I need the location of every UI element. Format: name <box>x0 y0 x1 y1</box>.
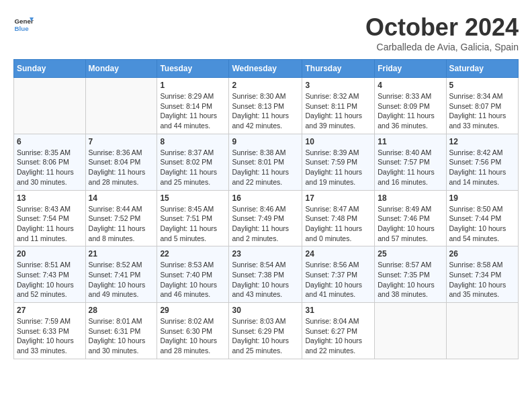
day-number: 7 <box>89 137 154 146</box>
day-info: Sunrise: 8:32 AMSunset: 8:11 PMDaylight:… <box>305 91 371 131</box>
header-row: Sunday Monday Tuesday Wednesday Thursday… <box>14 60 519 78</box>
day-number: 13 <box>17 193 83 203</box>
day-info: Sunrise: 8:03 AMSunset: 6:29 PMDaylight:… <box>232 316 299 356</box>
day-info: Sunrise: 8:47 AMSunset: 7:48 PMDaylight:… <box>305 204 371 244</box>
calendar-cell: 2Sunrise: 8:30 AMSunset: 8:13 PMDaylight… <box>229 78 302 134</box>
day-number: 5 <box>449 81 515 90</box>
header-sunday: Sunday <box>14 60 86 78</box>
day-number: 24 <box>305 249 371 259</box>
day-info: Sunrise: 8:33 AMSunset: 8:09 PMDaylight:… <box>378 91 443 131</box>
calendar-row: 1Sunrise: 8:29 AMSunset: 8:14 PMDaylight… <box>14 78 519 134</box>
day-number: 3 <box>305 81 371 90</box>
calendar-cell <box>14 78 86 134</box>
day-info: Sunrise: 8:56 AMSunset: 7:37 PMDaylight:… <box>305 260 371 300</box>
calendar-cell: 5Sunrise: 8:34 AMSunset: 8:07 PMDaylight… <box>446 78 518 134</box>
header-friday: Friday <box>375 60 446 78</box>
calendar-cell: 27Sunrise: 7:59 AMSunset: 6:33 PMDayligh… <box>14 303 86 359</box>
calendar-cell: 30Sunrise: 8:03 AMSunset: 6:29 PMDayligh… <box>229 303 302 359</box>
day-number: 31 <box>305 306 371 315</box>
calendar-cell: 29Sunrise: 8:02 AMSunset: 6:30 PMDayligh… <box>157 303 229 359</box>
calendar-cell: 28Sunrise: 8:01 AMSunset: 6:31 PMDayligh… <box>85 303 157 359</box>
day-number: 16 <box>232 193 299 203</box>
title-section: October 2024 Carballeda de Avia, Galicia… <box>365 13 519 52</box>
header-monday: Monday <box>85 60 157 78</box>
calendar-cell: 22Sunrise: 8:53 AMSunset: 7:40 PMDayligh… <box>157 246 229 303</box>
day-number: 22 <box>160 249 226 259</box>
day-info: Sunrise: 8:40 AMSunset: 7:57 PMDaylight:… <box>378 148 443 187</box>
day-info: Sunrise: 8:49 AMSunset: 7:46 PMDaylight:… <box>378 204 443 244</box>
calendar-cell: 19Sunrise: 8:50 AMSunset: 7:44 PMDayligh… <box>446 190 518 246</box>
day-info: Sunrise: 8:50 AMSunset: 7:44 PMDaylight:… <box>449 204 515 244</box>
calendar-row: 20Sunrise: 8:51 AMSunset: 7:43 PMDayligh… <box>14 246 519 303</box>
calendar-cell: 25Sunrise: 8:57 AMSunset: 7:35 PMDayligh… <box>375 246 446 303</box>
day-number: 30 <box>232 306 299 315</box>
day-info: Sunrise: 7:59 AMSunset: 6:33 PMDaylight:… <box>17 316 83 356</box>
day-number: 18 <box>378 193 443 203</box>
day-info: Sunrise: 8:58 AMSunset: 7:34 PMDaylight:… <box>449 260 515 300</box>
calendar-cell: 4Sunrise: 8:33 AMSunset: 8:09 PMDaylight… <box>375 78 446 134</box>
day-info: Sunrise: 8:04 AMSunset: 6:27 PMDaylight:… <box>305 316 371 356</box>
header-tuesday: Tuesday <box>157 60 229 78</box>
day-info: Sunrise: 8:36 AMSunset: 8:04 PMDaylight:… <box>89 148 154 187</box>
calendar-cell: 31Sunrise: 8:04 AMSunset: 6:27 PMDayligh… <box>302 303 375 359</box>
day-info: Sunrise: 8:57 AMSunset: 7:35 PMDaylight:… <box>378 260 443 300</box>
day-number: 17 <box>305 193 371 203</box>
day-number: 15 <box>160 193 226 203</box>
calendar-cell: 17Sunrise: 8:47 AMSunset: 7:48 PMDayligh… <box>302 190 375 246</box>
logo-icon: General Blue <box>13 13 34 34</box>
logo: General Blue <box>13 13 34 34</box>
day-info: Sunrise: 8:39 AMSunset: 7:59 PMDaylight:… <box>305 148 371 187</box>
day-number: 20 <box>17 249 83 259</box>
day-number: 29 <box>160 306 226 315</box>
day-info: Sunrise: 8:54 AMSunset: 7:38 PMDaylight:… <box>232 260 299 300</box>
calendar-cell: 8Sunrise: 8:37 AMSunset: 8:02 PMDaylight… <box>157 134 229 190</box>
day-info: Sunrise: 8:34 AMSunset: 8:07 PMDaylight:… <box>449 91 515 131</box>
calendar-row: 13Sunrise: 8:43 AMSunset: 7:54 PMDayligh… <box>14 190 519 246</box>
calendar-cell: 16Sunrise: 8:46 AMSunset: 7:49 PMDayligh… <box>229 190 302 246</box>
header-wednesday: Wednesday <box>229 60 302 78</box>
calendar-cell: 26Sunrise: 8:58 AMSunset: 7:34 PMDayligh… <box>446 246 518 303</box>
day-info: Sunrise: 8:52 AMSunset: 7:41 PMDaylight:… <box>89 260 154 300</box>
header-thursday: Thursday <box>302 60 375 78</box>
calendar-table: Sunday Monday Tuesday Wednesday Thursday… <box>13 59 519 359</box>
day-number: 11 <box>378 137 443 146</box>
calendar-cell: 6Sunrise: 8:35 AMSunset: 8:06 PMDaylight… <box>14 134 86 190</box>
day-number: 8 <box>160 137 226 146</box>
day-number: 28 <box>89 306 154 315</box>
calendar-cell: 1Sunrise: 8:29 AMSunset: 8:14 PMDaylight… <box>157 78 229 134</box>
day-number: 26 <box>449 249 515 259</box>
day-info: Sunrise: 8:45 AMSunset: 7:51 PMDaylight:… <box>160 204 226 244</box>
day-number: 9 <box>232 137 299 146</box>
day-number: 2 <box>232 81 299 90</box>
day-info: Sunrise: 8:46 AMSunset: 7:49 PMDaylight:… <box>232 204 299 244</box>
calendar-cell: 21Sunrise: 8:52 AMSunset: 7:41 PMDayligh… <box>85 246 157 303</box>
calendar-cell: 10Sunrise: 8:39 AMSunset: 7:59 PMDayligh… <box>302 134 375 190</box>
svg-text:Blue: Blue <box>15 25 30 32</box>
day-info: Sunrise: 8:42 AMSunset: 7:56 PMDaylight:… <box>449 148 515 187</box>
day-number: 21 <box>89 249 154 259</box>
day-info: Sunrise: 8:37 AMSunset: 8:02 PMDaylight:… <box>160 148 226 187</box>
calendar-cell: 9Sunrise: 8:38 AMSunset: 8:01 PMDaylight… <box>229 134 302 190</box>
calendar-cell <box>446 303 518 359</box>
day-number: 12 <box>449 137 515 146</box>
month-title: October 2024 <box>365 13 519 42</box>
day-info: Sunrise: 8:30 AMSunset: 8:13 PMDaylight:… <box>232 91 299 131</box>
calendar-row: 6Sunrise: 8:35 AMSunset: 8:06 PMDaylight… <box>14 134 519 190</box>
day-info: Sunrise: 8:35 AMSunset: 8:06 PMDaylight:… <box>17 148 83 187</box>
day-info: Sunrise: 8:43 AMSunset: 7:54 PMDaylight:… <box>17 204 83 244</box>
day-info: Sunrise: 8:02 AMSunset: 6:30 PMDaylight:… <box>160 316 226 356</box>
day-number: 27 <box>17 306 83 315</box>
day-number: 4 <box>378 81 443 90</box>
calendar-cell: 12Sunrise: 8:42 AMSunset: 7:56 PMDayligh… <box>446 134 518 190</box>
calendar-cell: 24Sunrise: 8:56 AMSunset: 7:37 PMDayligh… <box>302 246 375 303</box>
calendar-cell: 11Sunrise: 8:40 AMSunset: 7:57 PMDayligh… <box>375 134 446 190</box>
day-info: Sunrise: 8:44 AMSunset: 7:52 PMDaylight:… <box>89 204 154 244</box>
day-number: 6 <box>17 137 83 146</box>
day-number: 19 <box>449 193 515 203</box>
header-saturday: Saturday <box>446 60 518 78</box>
calendar-cell <box>375 303 446 359</box>
day-info: Sunrise: 8:51 AMSunset: 7:43 PMDaylight:… <box>17 260 83 300</box>
calendar-cell <box>85 78 157 134</box>
day-info: Sunrise: 8:29 AMSunset: 8:14 PMDaylight:… <box>160 91 226 131</box>
calendar-cell: 13Sunrise: 8:43 AMSunset: 7:54 PMDayligh… <box>14 190 86 246</box>
